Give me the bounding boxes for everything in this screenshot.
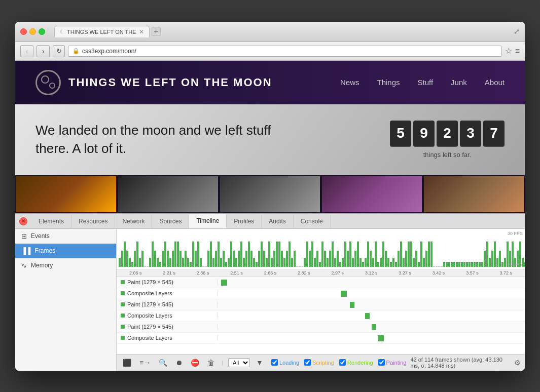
- tab-console[interactable]: Console: [294, 215, 331, 228]
- row-dot-3: [121, 313, 125, 318]
- thumbnail-1[interactable]: [15, 175, 117, 213]
- row-label-4: Paint (1279 × 545): [117, 324, 218, 330]
- row-label-3: Composite Layers: [117, 312, 218, 319]
- row-text-2: Paint (1279 × 545): [127, 301, 173, 307]
- search-icon[interactable]: 🔍: [157, 358, 169, 368]
- row-text-1: Composite Layers: [127, 290, 172, 296]
- row-track-5: [218, 333, 525, 343]
- fps-bars-container: [117, 229, 525, 269]
- sidebar-item-events[interactable]: ⊞ Events: [15, 229, 116, 244]
- filter-checkboxes: Loading Scripting Rendering Paintin: [271, 359, 406, 366]
- memory-icon: ∿: [21, 262, 27, 269]
- tab-elements[interactable]: Elements: [31, 215, 71, 228]
- nav-item-about[interactable]: About: [485, 78, 505, 87]
- table-row: Paint (1279 × 545): [117, 322, 525, 333]
- counter-digits: 5 9 2 3 7: [390, 121, 505, 147]
- timeline-ruler: 2.06 s 2.21 s 2.36 s 2.51 s 2.66 s 2.82 …: [117, 269, 525, 277]
- close-traffic-light[interactable]: [20, 28, 27, 35]
- counter-label: things left so far.: [423, 151, 472, 159]
- tab-profiles[interactable]: Profiles: [227, 215, 262, 228]
- nav-item-news[interactable]: News: [340, 78, 359, 87]
- nav-item-stuff[interactable]: Stuff: [418, 78, 434, 87]
- settings-gear-icon[interactable]: ⚙: [514, 359, 521, 367]
- browser-window: ☾ THINGS WE LEFT ON THE ✕ + ⤢ ‹ › ↻ 🔒 cs…: [15, 22, 525, 371]
- row-track-4: [218, 322, 525, 332]
- filter-loading[interactable]: Loading: [271, 359, 299, 366]
- filter-select[interactable]: All: [228, 358, 250, 367]
- tab-resources[interactable]: Resources: [71, 215, 115, 228]
- back-button[interactable]: ‹: [20, 45, 33, 57]
- fps-60-label: 60 FPS: [508, 262, 523, 267]
- nav-bar: ‹ › ↻ 🔒 css3exp.com/moon/ ☆ ≡: [15, 42, 525, 61]
- sidebar-item-memory[interactable]: ∿ Memory: [15, 258, 116, 273]
- tab-sources[interactable]: Sources: [152, 215, 189, 228]
- nav-item-junk[interactable]: Junk: [451, 78, 467, 87]
- checkbox-painting[interactable]: [378, 359, 385, 366]
- filter-scripting[interactable]: Scripting: [304, 359, 334, 366]
- trash-icon[interactable]: 🗑: [205, 358, 217, 368]
- checkbox-rendering[interactable]: [339, 359, 346, 366]
- moon-logo-icon: [35, 70, 61, 95]
- record-icon[interactable]: ⬛: [121, 358, 133, 368]
- dropdown-arrow-icon[interactable]: ▼: [254, 358, 265, 368]
- digit-3: 3: [460, 121, 481, 147]
- thumbnail-4[interactable]: [321, 175, 423, 213]
- tick-3: 2.51 s: [220, 270, 253, 276]
- bookmark-button[interactable]: ☆: [505, 46, 512, 56]
- tab-favicon: ☾: [60, 29, 64, 34]
- row-label-5: Composite Layers: [117, 335, 218, 341]
- tick-7: 3.12 s: [354, 270, 388, 276]
- address-bar[interactable]: 🔒 css3exp.com/moon/: [68, 46, 502, 57]
- filter-painting-label: Painting: [386, 360, 407, 366]
- thumbnail-3[interactable]: [219, 175, 321, 213]
- row-text-4: Paint (1279 × 545): [127, 324, 173, 330]
- row-label-2: Paint (1279 × 545): [117, 301, 218, 307]
- filter-painting[interactable]: Painting: [378, 359, 407, 366]
- thumbnail-2[interactable]: [117, 175, 219, 213]
- site-title: THINGS WE LEFT ON THE MOON: [68, 76, 272, 89]
- url-text: css3exp.com/moon/: [82, 48, 136, 55]
- tab-close-button[interactable]: ✕: [139, 28, 144, 35]
- digit-2: 2: [437, 121, 458, 147]
- clear-icon[interactable]: ≡→: [137, 358, 153, 368]
- thumbnail-5[interactable]: [423, 175, 525, 213]
- tab-title: THINGS WE LEFT ON THE: [67, 29, 136, 35]
- filter-loading-label: Loading: [279, 360, 299, 366]
- tick-5: 2.82 s: [287, 270, 320, 276]
- filter-rendering[interactable]: Rendering: [339, 359, 373, 366]
- row-dot-0: [121, 280, 125, 284]
- new-tab-button[interactable]: +: [152, 27, 161, 36]
- reload-button[interactable]: ↻: [53, 45, 65, 57]
- nav-item-things[interactable]: Things: [377, 78, 400, 87]
- menu-button[interactable]: ≡: [515, 47, 520, 56]
- maximize-traffic-light[interactable]: [39, 28, 45, 35]
- row-text-5: Composite Layers: [127, 335, 172, 341]
- tab-audits[interactable]: Audits: [262, 215, 293, 228]
- sidebar-item-frames[interactable]: ▐▐ Frames: [15, 244, 116, 258]
- timeline-block: [372, 324, 376, 330]
- timeline-block: [221, 280, 227, 286]
- digit-4: 7: [483, 121, 505, 147]
- stop-icon[interactable]: ⛔: [189, 358, 201, 368]
- fps-chart: 30 FPS 60 FPS: [117, 229, 525, 269]
- forward-button[interactable]: ›: [37, 45, 50, 57]
- title-bar: ☾ THINGS WE LEFT ON THE ✕ + ⤢: [15, 22, 525, 42]
- devtools-panel: ✕ Elements Resources Network Sources Tim…: [15, 213, 525, 371]
- browser-tab[interactable]: ☾ THINGS WE LEFT ON THE ✕: [54, 26, 150, 37]
- tick-11: 3.72 s: [489, 270, 523, 276]
- timeline-rows: Paint (1279 × 545) Composite Layers: [117, 277, 525, 354]
- hero-text: We landed on the moon and we left stuff …: [35, 122, 289, 157]
- minimize-traffic-light[interactable]: [29, 28, 36, 35]
- tick-6: 2.97 s: [321, 270, 354, 276]
- tab-timeline[interactable]: Timeline: [189, 214, 227, 228]
- site-header: THINGS WE LEFT ON THE MOON News Things S…: [15, 61, 525, 104]
- checkbox-scripting[interactable]: [304, 359, 311, 366]
- row-dot-2: [121, 302, 125, 306]
- table-row: Paint (1279 × 545): [117, 277, 525, 288]
- row-track-1: [218, 288, 525, 299]
- checkbox-loading[interactable]: [271, 359, 278, 366]
- devtools-body: ⊞ Events ▐▐ Frames ∿ Memory 30 FPS 60 FP…: [15, 229, 525, 371]
- devtools-close-button[interactable]: ✕: [19, 217, 27, 225]
- tab-network[interactable]: Network: [115, 215, 152, 228]
- record-circle-icon[interactable]: ⏺: [173, 358, 185, 368]
